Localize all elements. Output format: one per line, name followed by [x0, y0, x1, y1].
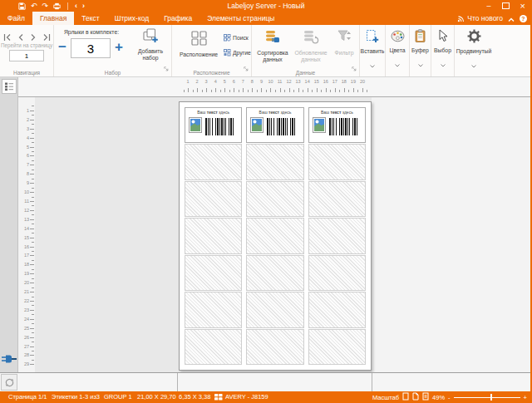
view-fit-icon[interactable] — [412, 392, 419, 402]
label-cell[interactable] — [246, 218, 303, 253]
refresh-icon — [4, 377, 15, 388]
ruler-number: 17 — [24, 253, 29, 258]
barcode-bar — [295, 118, 297, 135]
layout-button[interactable]: Расположение — [175, 27, 223, 69]
ruler-number: 29 — [24, 361, 29, 366]
tab-barcode[interactable]: Штрих-код — [107, 12, 157, 25]
label-cell[interactable] — [308, 181, 366, 217]
view-page-icon[interactable] — [402, 392, 409, 402]
page-number-input[interactable] — [9, 50, 44, 61]
goto-page-label: Перейти на страницу — [0, 42, 53, 48]
buffer-button[interactable]: Буфер — [410, 25, 431, 76]
other-layouts-button[interactable]: Другие — [224, 47, 251, 58]
group-navigation: Перейти на страницу Навигация — [0, 25, 54, 76]
tab-home[interactable]: Главная — [32, 12, 74, 25]
label-cell[interactable] — [185, 181, 242, 217]
label-cell[interactable]: Ваш текст здесь — [308, 107, 366, 143]
ruler-number: 26 — [24, 335, 29, 340]
sample-text[interactable]: Ваш текст здесь — [185, 110, 241, 115]
image-placeholder[interactable] — [250, 117, 264, 136]
ruler-tick — [289, 88, 290, 92]
plug-icon — [2, 354, 17, 365]
image-placeholder[interactable] — [313, 117, 326, 136]
search-grid-icon — [224, 34, 231, 42]
zoom-slider-thumb[interactable] — [490, 394, 492, 401]
whats-new-button[interactable]: Что нового — [457, 14, 503, 22]
ruler-tick — [32, 342, 34, 342]
label-cell[interactable] — [308, 329, 366, 365]
label-cell[interactable] — [308, 218, 366, 253]
colors-button[interactable]: Цвета — [386, 25, 410, 76]
sort-data-button[interactable]: Сортировка данных — [254, 27, 292, 69]
cursor-icon — [437, 29, 448, 42]
close-button[interactable]: × — [520, 0, 525, 12]
zoom-out-button[interactable]: - — [448, 394, 451, 401]
refresh-data-icon — [303, 30, 319, 45]
insert-button[interactable]: Вставить — [360, 25, 386, 76]
tab-page-elements[interactable]: Элементы страницы — [200, 12, 282, 25]
collapse-ribbon-icon[interactable] — [508, 11, 515, 26]
increase-count-button[interactable]: + — [115, 37, 123, 57]
help-icon[interactable]: ? — [520, 15, 527, 22]
data-source-button[interactable] — [2, 353, 17, 364]
decrease-count-button[interactable]: − — [58, 37, 66, 57]
select-button[interactable]: Выбор — [431, 25, 455, 76]
sample-text[interactable]: Ваш текст здесь — [247, 110, 303, 115]
ruler-tick — [32, 115, 34, 115]
view-lines-icon[interactable] — [422, 392, 429, 402]
label-count-input[interactable] — [71, 38, 111, 58]
label-cell[interactable]: Ваш текст здесь — [246, 107, 303, 143]
maximize-button[interactable] — [502, 2, 510, 9]
search-layout-button[interactable]: Поиск — [224, 32, 251, 43]
dropdown-chevron-icon — [455, 57, 493, 71]
label-cell[interactable] — [185, 292, 242, 327]
advanced-button[interactable]: Продвинутый — [455, 25, 493, 76]
barcode[interactable] — [205, 118, 235, 135]
barcode[interactable] — [329, 118, 359, 135]
tab-file[interactable]: Файл — [0, 12, 32, 25]
ruler-number: 15 — [314, 79, 319, 84]
label-cell[interactable] — [185, 329, 242, 365]
label-cell[interactable] — [246, 329, 303, 365]
label-cell[interactable] — [246, 181, 303, 217]
group-label-set: Набор — [54, 70, 171, 76]
palette-icon — [391, 30, 405, 42]
label-cell[interactable]: Ваш текст здесь — [185, 107, 242, 143]
back-icon[interactable]: ‹ — [75, 0, 77, 12]
ruler-tick — [32, 332, 34, 333]
redo-icon[interactable]: ↷ — [42, 0, 49, 12]
minimize-button[interactable]: – — [487, 0, 491, 12]
label-cell[interactable] — [185, 144, 242, 179]
barcode[interactable] — [267, 118, 297, 135]
label-cell[interactable] — [185, 255, 242, 291]
label-sheet-page[interactable]: Ваш текст здесьВаш текст здесьВаш текст … — [179, 101, 372, 371]
ruler-tick — [348, 90, 349, 92]
dialog-launcher-icon[interactable] — [164, 60, 169, 75]
label-cell[interactable] — [308, 255, 366, 291]
label-cell[interactable] — [246, 292, 303, 327]
dialog-launcher-icon[interactable] — [352, 60, 357, 75]
tab-graphics[interactable]: Графика — [156, 12, 200, 25]
label-cell[interactable] — [246, 144, 303, 179]
undo-icon[interactable]: ↶ — [31, 0, 37, 12]
ruler-tick — [32, 224, 34, 224]
dialog-launcher-icon[interactable] — [244, 60, 249, 75]
tab-text[interactable]: Текст — [74, 12, 106, 25]
ruler-tick — [367, 90, 367, 92]
ruler-number: 1 — [187, 79, 190, 84]
label-cell[interactable] — [308, 144, 366, 179]
label-cell[interactable] — [308, 292, 366, 327]
label-cell[interactable] — [185, 218, 242, 253]
broadcast-icon — [457, 15, 465, 22]
image-placeholder[interactable] — [189, 117, 202, 136]
label-cell[interactable] — [246, 255, 303, 291]
pages-panel-toggle[interactable] — [2, 79, 17, 94]
ruler-number: 28 — [24, 352, 29, 357]
ruler-tick — [32, 179, 34, 179]
ruler-tick — [308, 88, 308, 92]
zoom-in-button[interactable]: + — [524, 394, 527, 401]
sample-text[interactable]: Ваш текст здесь — [309, 110, 365, 115]
refresh-view-button[interactable] — [1, 374, 17, 391]
forward-icon[interactable]: › — [82, 0, 85, 12]
zoom-slider[interactable] — [454, 397, 520, 398]
